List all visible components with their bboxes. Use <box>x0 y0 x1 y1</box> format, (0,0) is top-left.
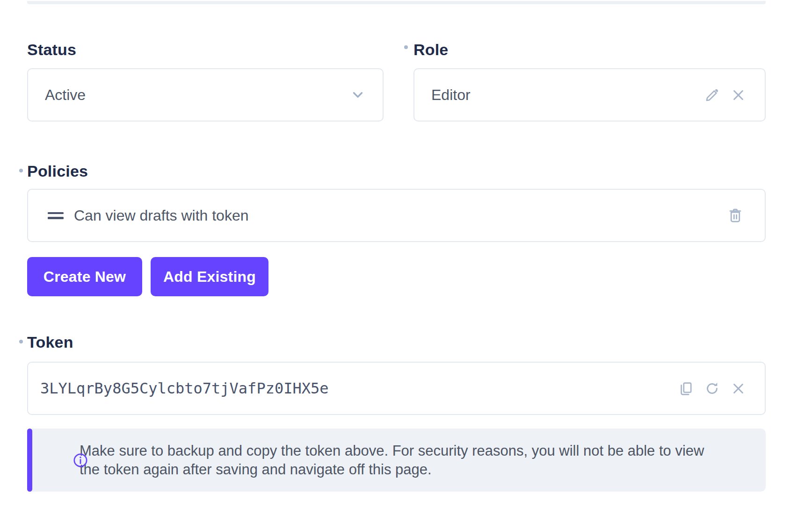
previous-field-edge <box>27 1 766 4</box>
policy-list-item[interactable]: Can view drafts with token <box>27 189 766 242</box>
token-required-dot <box>19 340 23 343</box>
token-value: 3LYLqrBy8G5Cylcbto7tjVafPz0IHX5e <box>28 379 329 397</box>
role-value: Editor <box>414 86 471 103</box>
edit-icon[interactable] <box>704 87 720 103</box>
status-label: Status <box>27 41 76 58</box>
policy-title: Can view drafts with token <box>74 207 249 224</box>
create-new-button[interactable]: Create New <box>27 257 142 296</box>
status-value: Active <box>28 86 86 103</box>
regenerate-icon[interactable] <box>704 381 720 396</box>
drag-handle-icon[interactable] <box>48 212 64 219</box>
deselect-role-icon[interactable] <box>731 87 746 103</box>
user-detail-form: Status Active Role Editor <box>0 0 812 529</box>
delete-policy-icon[interactable] <box>727 207 743 223</box>
role-field[interactable]: Editor <box>413 68 766 122</box>
notice-text: Make sure to backup and copy the token a… <box>27 442 704 479</box>
add-existing-button[interactable]: Add Existing <box>151 257 268 296</box>
clear-token-icon[interactable] <box>731 381 746 396</box>
role-label: Role <box>413 41 448 58</box>
info-icon <box>72 452 88 468</box>
policies-label: Policies <box>27 163 88 179</box>
notice-line-1: Make sure to backup and copy the token a… <box>80 442 704 460</box>
token-label: Token <box>27 334 73 350</box>
token-backup-notice: Make sure to backup and copy the token a… <box>27 429 766 492</box>
token-field[interactable]: 3LYLqrBy8G5Cylcbto7tjVafPz0IHX5e <box>27 362 766 415</box>
chevron-down-icon[interactable] <box>350 87 366 103</box>
policies-required-dot <box>19 169 23 172</box>
notice-accent-bar <box>27 429 32 492</box>
role-required-dot <box>404 45 408 49</box>
copy-icon[interactable] <box>678 381 694 396</box>
status-select[interactable]: Active <box>27 68 384 122</box>
notice-line-2: the token again after saving and navigat… <box>80 460 704 479</box>
